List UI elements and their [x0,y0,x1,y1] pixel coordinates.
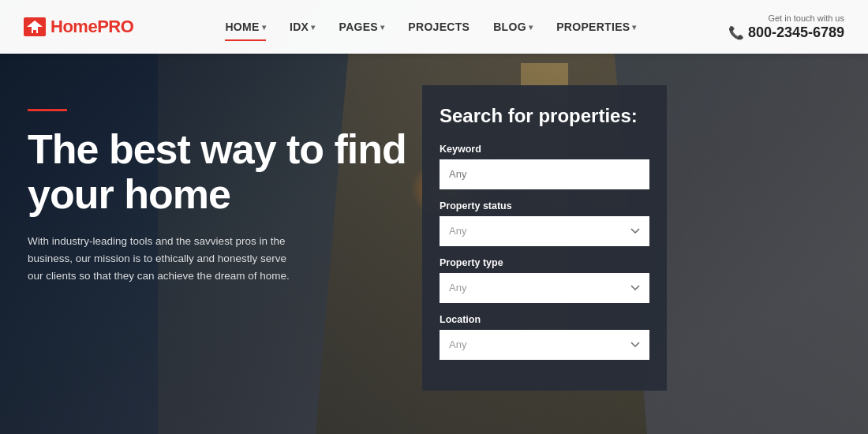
keyword-input[interactable] [440,159,649,189]
nav-item-projects[interactable]: PROJECTS [398,14,479,39]
hero-content: The best way to find your home With indu… [0,54,868,434]
hero-title: The best way to find your home [28,127,422,217]
chevron-down-icon: ▾ [262,23,266,32]
contact-label: Get in touch with us [768,13,844,23]
nav-item-blog[interactable]: BLOG ▾ [484,14,542,39]
property-status-select[interactable]: Any [440,216,649,246]
property-type-label: Property type [440,257,649,268]
accent-line [28,109,67,111]
phone-icon: 📞 [728,25,744,40]
keyword-group: Keyword [440,144,649,189]
location-select[interactable]: Any [440,330,649,360]
property-status-label: Property status [440,200,649,211]
logo[interactable]: HomePRO [24,17,133,37]
chevron-down-icon: ▾ [529,23,533,32]
location-group: Location Any [440,314,649,360]
search-panel: Search for properties: Keyword Property … [422,85,667,391]
location-label: Location [440,314,649,325]
svg-rect-3 [33,30,36,33]
property-status-group: Property status Any [440,200,649,246]
chevron-down-icon: ▾ [380,23,384,32]
hero-description: With industry-leading tools and the savv… [28,233,304,284]
header: HomePRO HOME ▾ IDX ▾ PAGES ▾ PROJECTS BL… [0,0,868,54]
property-type-group: Property type Any [440,257,649,303]
chevron-down-icon: ▾ [311,23,315,32]
nav-item-home[interactable]: HOME ▾ [215,14,275,39]
contact-info: Get in touch with us 📞 800-2345-6789 [728,13,844,41]
main-nav: HOME ▾ IDX ▾ PAGES ▾ PROJECTS BLOG ▾ PRO… [215,14,645,39]
keyword-label: Keyword [440,144,649,155]
nav-item-properties[interactable]: PROPERTIES ▾ [547,14,646,39]
logo-text: HomePRO [51,17,133,37]
chevron-down-icon: ▾ [632,23,636,32]
contact-phone[interactable]: 📞 800-2345-6789 [728,24,844,41]
search-title: Search for properties: [440,105,649,128]
nav-item-idx[interactable]: IDX ▾ [280,14,325,39]
property-type-select[interactable]: Any [440,273,649,303]
hero-text: The best way to find your home With indu… [28,93,422,284]
nav-item-pages[interactable]: PAGES ▾ [330,14,395,39]
home-icon [24,17,46,36]
